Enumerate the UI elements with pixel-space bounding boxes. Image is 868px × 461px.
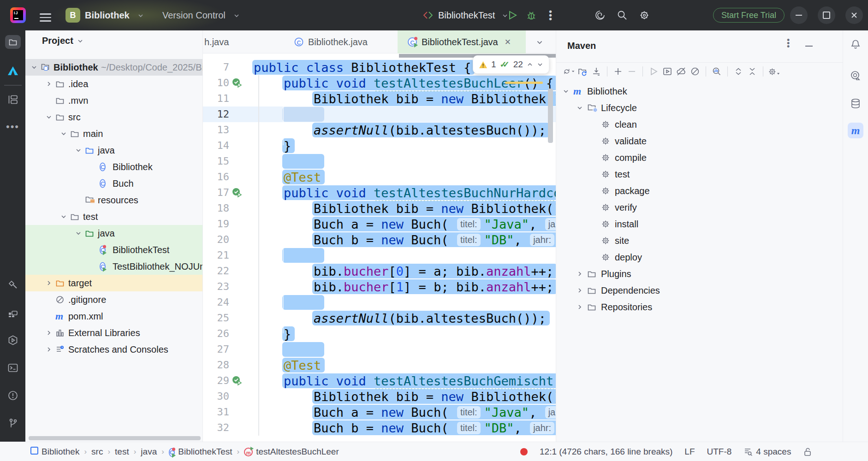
sync-icon[interactable] [563,65,575,77]
ai-assistant-icon[interactable] [594,9,606,21]
project-tree-item-buch[interactable]: CBuch [25,175,202,192]
tab-buch-java[interactable]: h.java [204,30,229,53]
close-tab-icon[interactable]: ✕ [505,37,511,47]
chevron-down-icon[interactable] [576,104,583,112]
project-avatar[interactable]: B [65,8,80,23]
breadcrumb-test[interactable]: test [115,447,129,457]
maven-tree-item-bibliothek[interactable]: mBibliothek [556,83,843,100]
chevron-down-icon[interactable] [60,213,67,220]
code-line-27[interactable]: 27 [203,342,556,357]
line-separator[interactable]: LF [684,447,695,457]
project-tree-item-java[interactable]: java [25,142,202,159]
project-tree-item-test[interactable]: test [25,208,202,225]
breadcrumb-testaltestesbuchleer[interactable]: mtestAltestesBuchLeer [244,447,339,457]
line-number[interactable]: 27 [203,343,229,355]
code-line-21[interactable]: 21 [203,248,556,263]
line-number[interactable]: 18 [203,202,229,214]
maven-tree-item-verify[interactable]: verify [556,199,843,216]
chevron-down-icon[interactable] [562,88,570,95]
project-tree-item-main[interactable]: main [25,125,202,142]
line-number[interactable]: 22 [203,265,229,277]
maven-tree-item-deploy[interactable]: deploy [556,249,843,266]
run-configuration-selector[interactable]: BibliothekTest [438,0,495,30]
chevron-down-icon[interactable] [75,230,82,237]
project-panel-header[interactable]: Project [42,35,83,46]
run-icon[interactable] [648,65,660,77]
chevron-down-icon[interactable] [30,64,38,71]
tab-bibliothek-java[interactable]: C Bibliothek.java [294,30,368,53]
project-tree-item-target[interactable]: target [25,275,202,291]
line-number[interactable]: 11 [203,93,229,104]
run-test-gutter-icon[interactable] [232,78,243,88]
code-line-12[interactable]: 12 [203,106,556,122]
code-line-18[interactable]: 18Bibliothek bib = new Bibliothek(); [203,201,556,216]
project-tree-item-scratches-and-consoles[interactable]: Scratches and Consoles [25,341,202,358]
code-line-24[interactable]: 24 [203,295,556,310]
maven-tree-item-validate[interactable]: validate [556,133,843,149]
project-tree-item-pom-xml[interactable]: mpom.xml [25,308,202,325]
collapse-all-icon[interactable] [746,65,758,77]
line-number[interactable]: 12 [203,108,229,120]
file-encoding[interactable]: UTF-8 [707,447,732,457]
code-line-31[interactable]: 31Buch a = new Buch( titel:"Java", jahr: [203,404,556,420]
project-tree-item-testbibliothek-nojunit[interactable]: CTestBibliothek_NOJUnit [25,258,202,275]
run-anything-icon[interactable] [7,335,18,346]
run-test-gutter-icon[interactable] [232,376,243,386]
breadcrumb-bibliothektest[interactable]: CBibliothekTest [169,447,232,457]
offline-mode-icon[interactable] [675,65,687,77]
chevron-right-icon[interactable] [576,270,583,278]
run-maven-icon[interactable] [661,65,673,77]
maven-tool-icon[interactable]: m [848,123,863,138]
download-sources-icon[interactable] [590,65,602,77]
chevron-down-icon[interactable] [60,130,67,137]
maven-tree-item-dependencies[interactable]: Dependencies [556,282,843,299]
expand-all-icon[interactable] [732,65,744,77]
line-number[interactable]: 30 [203,390,229,402]
next-problem-icon[interactable] [537,61,543,68]
code-line-14[interactable]: 14} [203,138,556,154]
code-line-26[interactable]: 26} [203,326,556,342]
settings-gear-icon[interactable] [638,9,650,21]
project-menu[interactable]: Bibliothek [85,0,130,30]
line-number[interactable]: 14 [203,140,229,151]
prev-problem-icon[interactable] [527,61,533,68]
project-tree-item-src[interactable]: src [25,109,202,125]
line-number[interactable]: 7 [203,61,229,73]
maven-tree-item-repositories[interactable]: Repositories [556,299,843,315]
maven-tree-item-clean[interactable]: clean [556,116,843,133]
project-tree-item-java[interactable]: java [25,225,202,242]
tab-bibliothektest-java[interactable]: C BibliothekTest.java ✕ [398,30,526,53]
code-line-28[interactable]: 28@Test [203,357,556,373]
maven-options-kebab[interactable]: ••• [787,39,790,48]
structure-icon[interactable] [7,94,18,105]
add-icon[interactable] [612,65,624,77]
code-line-22[interactable]: 22bib.bucher[0] = a; bib.anzahl++; [203,263,556,279]
maven-tree-item-test[interactable]: test [556,166,843,183]
chevron-right-icon[interactable] [576,287,583,294]
lock-icon[interactable] [803,447,812,457]
line-number[interactable]: 17 [203,187,229,198]
inspections-widget[interactable]: 1 ✓✓ 22 [473,55,549,74]
notifications-bell-icon[interactable] [850,39,862,51]
code-line-19[interactable]: 19Buch a = new Buch( titel:"Java", jahr: [203,216,556,232]
line-number[interactable]: 15 [203,155,229,167]
line-number[interactable]: 31 [203,406,229,418]
line-number[interactable]: 21 [203,249,229,261]
hidden-tabs-chevron-icon[interactable] [536,39,543,46]
chevron-right-icon[interactable] [576,303,583,311]
minimize-button[interactable] [790,6,808,24]
chevron-right-icon[interactable] [45,329,53,337]
start-free-trial-button[interactable]: Start Free Trial [713,8,785,23]
code-line-30[interactable]: 30Bibliothek bib = new Bibliothek(); [203,389,556,404]
line-number[interactable]: 26 [203,328,229,339]
remove-icon[interactable] [626,65,638,77]
services-icon[interactable] [7,307,18,318]
maximize-button[interactable] [818,6,835,24]
maven-tree-item-plugins[interactable]: Plugins [556,266,843,282]
problems-icon[interactable] [7,390,18,401]
ai-radar-icon[interactable] [850,70,862,82]
code-line-23[interactable]: 23bib.bucher[1] = b; bib.anzahl++; [203,279,556,295]
run-button[interactable] [507,10,517,20]
maven-tree-item-package[interactable]: package [556,183,843,199]
project-tree-item-resources[interactable]: resources [25,192,202,208]
